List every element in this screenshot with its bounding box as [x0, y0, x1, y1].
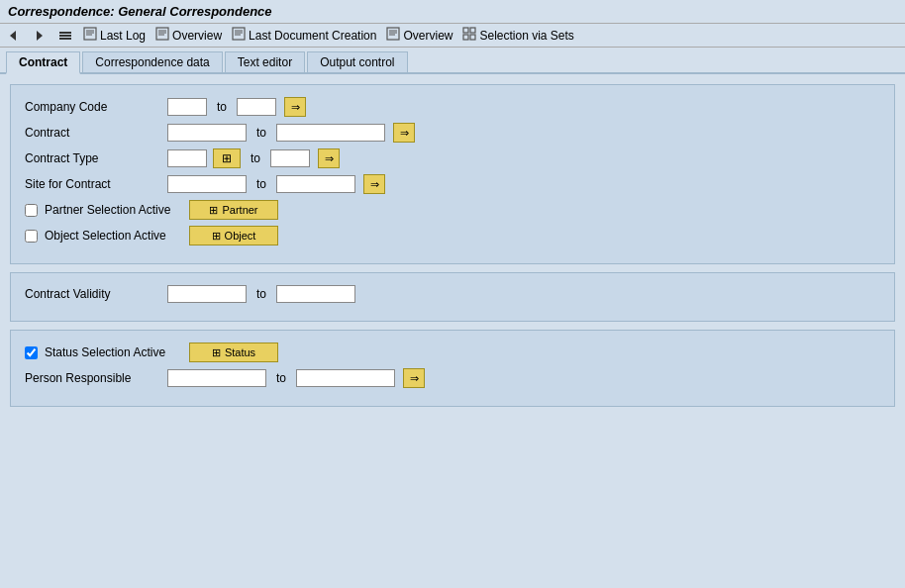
site-contract-row: Site for Contract to ⇒ [25, 174, 880, 194]
status-selection-label: Status Selection Active [45, 345, 183, 359]
svg-marker-1 [37, 31, 43, 41]
contract-type-from[interactable] [167, 149, 207, 167]
tab-contract[interactable]: Contract [6, 51, 80, 74]
tab-correspondence-data[interactable]: Correspondence data [82, 51, 222, 72]
site-contract-to[interactable] [276, 175, 355, 193]
contract-type-label: Contract Type [25, 151, 163, 165]
validity-label: Contract Validity [25, 287, 163, 301]
person-responsible-from[interactable] [167, 369, 266, 387]
contract-type-to[interactable] [270, 149, 310, 167]
main-content: Company Code to ⇒ Contract to ⇒ Contract… [0, 74, 905, 425]
svg-marker-0 [10, 31, 16, 41]
contract-type-to-label: to [251, 151, 260, 165]
site-contract-to-label: to [256, 177, 266, 191]
partner-selection-checkbox[interactable] [25, 204, 38, 217]
tabs-bar: Contract Correspondence data Text editor… [0, 48, 905, 74]
svg-rect-22 [470, 28, 475, 33]
lastdoc-icon [232, 27, 246, 44]
overview-icon [155, 27, 169, 44]
svg-rect-9 [156, 28, 168, 40]
company-code-to-label: to [217, 100, 227, 114]
validity-from[interactable] [167, 285, 247, 303]
contract-type-row: Contract Type ⊞ to ⇒ [25, 148, 880, 168]
selection-sets-icon [462, 27, 476, 44]
site-contract-arrow-btn[interactable]: ⇒ [363, 174, 385, 194]
nav-back-icon[interactable] [6, 28, 22, 44]
partner-multisel-icon: ⊞ [209, 204, 218, 217]
toolbar-selection-sets[interactable]: Selection via Sets [462, 27, 573, 44]
overview2-icon [386, 27, 400, 44]
contract-to[interactable] [276, 124, 385, 142]
contract-to-label: to [256, 126, 266, 140]
multisel-icon: ⊞ [222, 151, 232, 165]
object-selection-label: Object Selection Active [45, 229, 183, 243]
svg-rect-4 [59, 38, 71, 40]
contract-label: Contract [25, 126, 163, 140]
svg-rect-24 [470, 35, 475, 40]
toolbar-lastlog[interactable]: Last Log [83, 27, 146, 44]
toolbar-lastdoc[interactable]: Last Document Creation [232, 27, 376, 44]
svg-rect-23 [463, 35, 468, 40]
toolbar-lastdoc-label: Last Document Creation [249, 29, 376, 43]
company-code-from[interactable] [167, 98, 207, 116]
partner-selection-row: Partner Selection Active ⊞ Partner [25, 200, 880, 220]
status-selection-checkbox[interactable] [25, 346, 38, 359]
tab-text-editor[interactable]: Text editor [225, 51, 305, 72]
arrow-right-icon3: ⇒ [325, 152, 334, 165]
validity-row: Contract Validity to [25, 285, 880, 303]
svg-rect-13 [233, 28, 245, 40]
svg-rect-3 [59, 35, 71, 37]
person-responsible-to-label: to [276, 371, 286, 385]
contract-type-arrow-btn[interactable]: ⇒ [318, 148, 340, 168]
site-contract-from[interactable] [167, 175, 247, 193]
object-selection-row: Object Selection Active ⊞ Object [25, 226, 880, 245]
object-btn[interactable]: ⊞ Object [189, 226, 278, 245]
svg-rect-21 [463, 28, 468, 33]
person-responsible-label: Person Responsible [25, 371, 163, 385]
company-code-arrow-btn[interactable]: ⇒ [284, 97, 306, 117]
company-code-row: Company Code to ⇒ [25, 97, 880, 117]
contract-row: Contract to ⇒ [25, 123, 880, 143]
title-bar: Correspondence: General Correspondence [0, 0, 905, 24]
validity-section: Contract Validity to [10, 272, 895, 322]
validity-to[interactable] [276, 285, 355, 303]
nav-extra-icon[interactable] [57, 28, 73, 44]
toolbar-selection-sets-label: Selection via Sets [479, 29, 573, 43]
site-contract-label: Site for Contract [25, 177, 163, 191]
svg-rect-17 [387, 28, 399, 40]
contract-section: Company Code to ⇒ Contract to ⇒ Contract… [10, 84, 895, 264]
status-section: Status Selection Active ⊞ Status Person … [10, 330, 895, 407]
arrow-right-icon5: ⇒ [410, 372, 419, 385]
object-btn-label: Object [225, 230, 256, 242]
arrow-right-icon: ⇒ [291, 101, 300, 114]
company-code-to[interactable] [237, 98, 276, 116]
person-responsible-row: Person Responsible to ⇒ [25, 368, 880, 388]
object-multisel-icon: ⊞ [212, 230, 221, 243]
partner-selection-label: Partner Selection Active [45, 203, 183, 217]
validity-to-label: to [256, 287, 266, 301]
toolbar: Last Log Overview Last Document Creation… [0, 24, 905, 48]
svg-rect-5 [84, 28, 96, 40]
object-selection-checkbox[interactable] [25, 230, 38, 243]
person-responsible-to[interactable] [296, 369, 395, 387]
status-multisel-icon: ⊞ [212, 346, 221, 359]
tab-output-control[interactable]: Output control [307, 51, 407, 72]
contract-from[interactable] [167, 124, 247, 142]
partner-btn[interactable]: ⊞ Partner [189, 200, 278, 220]
partner-btn-label: Partner [222, 204, 257, 216]
nav-forward-icon[interactable] [32, 28, 48, 44]
toolbar-overview-label: Overview [172, 29, 222, 43]
contract-arrow-btn[interactable]: ⇒ [393, 123, 415, 143]
svg-rect-2 [59, 32, 71, 34]
arrow-right-icon2: ⇒ [400, 127, 409, 140]
lastlog-icon [83, 27, 97, 44]
contract-type-multisel-btn[interactable]: ⊞ [213, 148, 241, 168]
toolbar-overview[interactable]: Overview [155, 27, 222, 44]
status-btn[interactable]: ⊞ Status [189, 343, 278, 362]
arrow-right-icon4: ⇒ [370, 178, 379, 191]
status-selection-row: Status Selection Active ⊞ Status [25, 343, 880, 362]
person-responsible-arrow-btn[interactable]: ⇒ [403, 368, 425, 388]
company-code-label: Company Code [25, 100, 163, 114]
page-title: Correspondence: General Correspondence [8, 4, 272, 19]
toolbar-overview2[interactable]: Overview [386, 27, 452, 44]
